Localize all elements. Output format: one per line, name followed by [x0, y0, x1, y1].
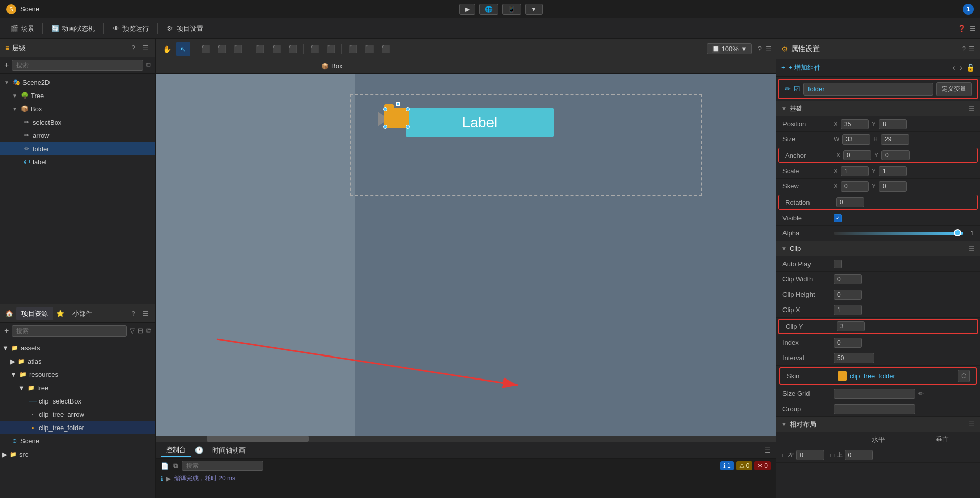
project-help-btn[interactable]: ? — [129, 309, 138, 318]
menu-anim[interactable]: 🔄 动画状态机 — [45, 18, 101, 38]
align-top-btn[interactable]: ⬛ — [285, 42, 300, 56]
align-right-btn[interactable]: ⬛ — [231, 42, 245, 56]
zoom-control[interactable]: 🔲 100% ▼ — [707, 43, 752, 54]
align-left-btn[interactable]: ⬛ — [198, 42, 212, 56]
project-filter-btn[interactable]: ▽ — [130, 327, 135, 335]
project-copy2-btn[interactable]: ⧉ — [146, 327, 151, 335]
mobile-button[interactable]: 📱 — [502, 4, 521, 15]
pos-y-input[interactable] — [879, 119, 907, 129]
interval-input[interactable] — [834, 353, 874, 363]
size-h-input[interactable] — [881, 134, 909, 145]
project-menu-btn[interactable]: ☰ — [141, 309, 150, 318]
snap-btn[interactable]: ⬛ — [307, 42, 322, 56]
group-input[interactable] — [834, 404, 915, 414]
clip-section-header[interactable]: ▼ Clip ☰ — [776, 241, 980, 256]
file-item-tree[interactable]: ▼ 📁 tree — [0, 381, 155, 394]
project-split-btn[interactable]: ⊟ — [138, 327, 143, 335]
h-scrollbar[interactable] — [156, 436, 776, 442]
tree-item-label[interactable]: 🏷 label — [0, 155, 155, 169]
console-tab-timeline[interactable]: 时间轴动画 — [207, 444, 251, 457]
clip-section-menu[interactable]: ☰ — [969, 245, 975, 252]
right-help-btn[interactable]: ? — [962, 45, 966, 53]
clipheight-input[interactable] — [834, 290, 862, 300]
rotation-input[interactable] — [836, 197, 864, 207]
tree-item-folder[interactable]: ✏ folder — [0, 142, 155, 155]
file-item-clip-folder[interactable]: ▪ clip_tree_folder — [0, 421, 155, 434]
menu-scene[interactable]: 🎬 场景 — [4, 18, 40, 38]
align-center-h-btn[interactable]: ⬛ — [214, 42, 229, 56]
clipy-input[interactable] — [837, 321, 865, 331]
scale-y-input[interactable] — [879, 166, 907, 176]
editor-menu-btn[interactable]: ☰ — [766, 45, 772, 53]
pos-x-input[interactable] — [841, 119, 869, 129]
view2-btn[interactable]: ⬛ — [362, 42, 376, 56]
hierarchy-menu-btn[interactable]: ☰ — [141, 43, 150, 53]
file-item-resources[interactable]: ▼ 📁 resources — [0, 368, 155, 381]
visible-checkbox[interactable]: ✓ — [834, 214, 842, 222]
define-var-btn[interactable]: 定义变量 — [936, 82, 972, 96]
hierarchy-search-input[interactable] — [12, 60, 143, 71]
h-scrollbar-thumb[interactable] — [207, 436, 309, 442]
sizegrid-edit-icon[interactable]: ✏ — [918, 390, 924, 397]
tree-item-scene2d[interactable]: ▼ 🎭 Scene2D — [0, 76, 155, 89]
project-add-btn[interactable]: + — [4, 326, 9, 336]
tab-widgets[interactable]: 小部件 — [67, 307, 97, 320]
web-button[interactable]: 🌐 — [479, 4, 498, 15]
hand-tool-btn[interactable]: ✋ — [160, 42, 174, 56]
skin-open-btn[interactable]: ⬡ — [958, 370, 970, 382]
tree-item-selectbox[interactable]: ✏ selectBox — [0, 115, 155, 129]
menu-more-icon[interactable]: ☰ — [970, 25, 976, 32]
file-item-clip-selectbox[interactable]: — clip_selectBox — [0, 394, 155, 408]
canvas-tab-box[interactable]: 📦 Box — [314, 59, 350, 73]
scale-x-input[interactable] — [841, 166, 869, 176]
basic-section-header[interactable]: ▼ 基础 ☰ — [776, 101, 980, 116]
index-input[interactable] — [834, 338, 862, 348]
skew-y-input[interactable] — [879, 181, 907, 192]
clipwidth-input[interactable] — [834, 274, 862, 284]
console-search-input[interactable] — [182, 461, 263, 471]
right-menu-btn[interactable]: ☰ — [969, 45, 975, 53]
tree-item-tree[interactable]: ▼ 🌳 Tree — [0, 89, 155, 102]
autoplay-checkbox[interactable] — [834, 260, 842, 268]
anchor-x-input[interactable] — [843, 150, 871, 160]
anchor-y-input[interactable] — [881, 150, 910, 160]
align-stretch-v-btn[interactable]: ⬛ — [269, 42, 283, 56]
layout-section-menu[interactable]: ☰ — [969, 420, 975, 428]
tab-project[interactable]: 项目资源 — [16, 307, 53, 320]
nav-next-btn[interactable]: › — [960, 63, 962, 73]
lock-btn[interactable]: 🔒 — [966, 63, 975, 73]
canvas-area[interactable]: Label — [156, 74, 776, 442]
nav-prev-btn[interactable]: ‹ — [952, 63, 955, 73]
more-button[interactable]: ▼ — [525, 4, 543, 15]
console-tab-main[interactable]: 控制台 — [161, 444, 191, 457]
align-stretch-h-btn[interactable]: ⬛ — [253, 42, 267, 56]
hierarchy-add-btn[interactable]: + — [4, 61, 9, 70]
file-item-scene[interactable]: ⊙ Scene — [0, 434, 155, 447]
tree-item-arrow[interactable]: ✏ arrow — [0, 129, 155, 142]
alpha-slider[interactable] — [834, 232, 963, 235]
play-button[interactable]: ▶ — [459, 4, 475, 15]
file-item-atlas[interactable]: ▶ 📁 atlas — [0, 354, 155, 368]
file-item-clip-arrow[interactable]: · clip_tree_arrow — [0, 408, 155, 421]
select-tool-btn[interactable]: ↖ — [176, 42, 190, 56]
menu-help-icon[interactable]: ❓ — [958, 25, 966, 32]
project-search-input[interactable] — [12, 325, 127, 337]
add-component-btn[interactable]: + + 增加组件 ‹ › 🔒 — [776, 59, 980, 77]
layout-top-input[interactable] — [845, 450, 873, 460]
component-name-input[interactable] — [803, 83, 933, 96]
file-item-assets[interactable]: ▼ 📁 assets — [0, 341, 155, 354]
skew-x-input[interactable] — [841, 181, 869, 192]
menu-preview[interactable]: 👁 预览运行 — [106, 18, 155, 38]
hierarchy-copy-btn[interactable]: ⧉ — [146, 61, 151, 69]
hierarchy-help-btn[interactable]: ? — [129, 43, 138, 53]
clipx-input[interactable] — [834, 305, 862, 315]
tree-item-box[interactable]: ▼ 📦 Box — [0, 102, 155, 115]
console-menu-btn[interactable]: ☰ — [765, 446, 771, 454]
editor-help-btn[interactable]: ? — [758, 45, 762, 53]
menu-settings[interactable]: ⚙ 项目设置 — [160, 18, 209, 38]
layout-left-input[interactable] — [796, 450, 824, 460]
view3-btn[interactable]: ⬛ — [378, 42, 393, 56]
size-w-input[interactable] — [842, 134, 870, 145]
layout-section-header[interactable]: ▼ 相对布局 ☰ — [776, 417, 980, 432]
basic-section-menu[interactable]: ☰ — [969, 105, 975, 112]
